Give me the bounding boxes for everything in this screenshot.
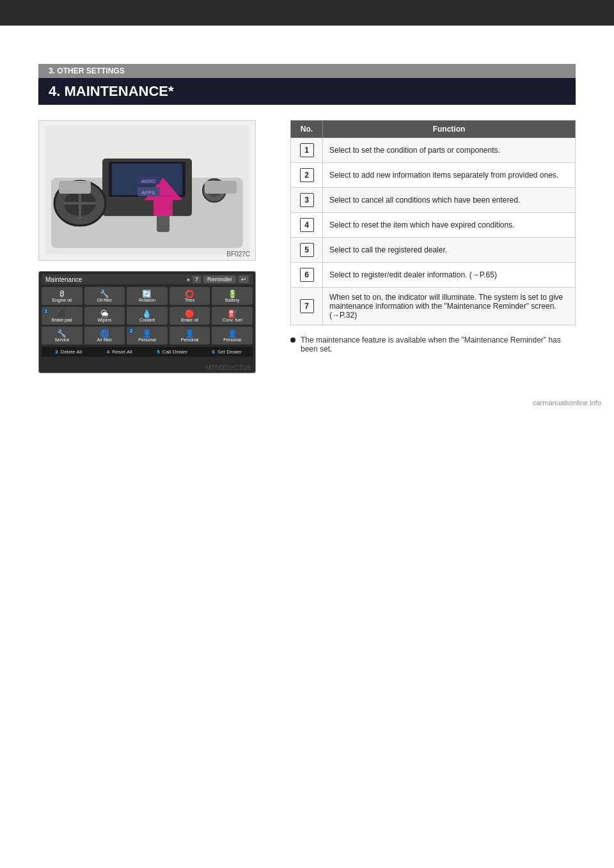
bottom-call-dealer[interactable]: 5Call Dealer [152,348,190,355]
grid-item-personal-3[interactable]: 👤 Personal [212,327,253,345]
table-col-no: No. [291,121,323,138]
table-cell-no: 4 [291,213,323,238]
svg-rect-19 [205,181,237,194]
table-col-fn: Function [323,121,576,138]
section-label: 3. OTHER SETTINGS [49,66,125,75]
grid-item-rotation[interactable]: 🔄 Rotation [127,287,168,305]
grid-item-tires[interactable]: ⭕ Tires [169,287,210,305]
screen-bottom-bar: 3Delete All 4Reset All 5Call Dealer 6Set… [42,347,253,357]
grid-item-engine-oil[interactable]: 🛢 Engine oil [42,287,83,305]
number-box: 2 [300,168,314,182]
chapter-title-text: 4. MAINTENANCE* [49,83,174,99]
grid-item-air-filter[interactable]: 🌀 Air filter [84,327,125,345]
car-image: APPS AUDIO BF027C [38,120,256,261]
table-cell-no: 5 [291,238,323,263]
content-area: APPS AUDIO BF027C Ma [38,120,576,373]
car-svg: APPS AUDIO [45,127,249,254]
screen-image-label: MTN001eCTUS [206,364,251,371]
number-box: 7 [300,299,314,313]
section-header: 3. OTHER SETTINGS [38,64,576,78]
table-cell-function: When set to on, the indicator will illum… [323,288,576,325]
screen-back-btn[interactable]: ↩ [239,275,249,283]
svg-text:AUDIO: AUDIO [141,179,156,183]
number-box: 6 [300,268,314,282]
grid-item-brake-oil[interactable]: 🔴 Brake oil [169,307,210,325]
screen-top-bar: Maintenance ■ 7 Reminder ↩ [42,274,253,284]
table-row: 6Select to register/edit dealer informat… [291,263,576,288]
bottom-reset-all[interactable]: 4Reset All [102,348,135,355]
watermark: carmanualsonline.info [533,399,601,407]
number-box: 3 [300,193,314,207]
grid-item-personal-1[interactable]: 2 👤 Personal [127,327,168,345]
screen-row2: 1 ⬛ Brake pad 🌦 Wipers 💧 Coolant [42,307,253,325]
screen-image: Maintenance ■ 7 Reminder ↩ 🛢 Engine oil [38,271,256,373]
table-row: 2Select to add new information items sep… [291,163,576,188]
note-text: The maintenance feature is available whe… [301,336,576,353]
table-cell-function: Select to set the condition of parts or … [323,138,576,163]
grid-item-personal-2[interactable]: 👤 Personal [169,327,210,345]
grid-item-oil-filter[interactable]: 🔧 Oil filter [84,287,125,305]
number-box: 5 [300,243,314,257]
left-column: APPS AUDIO BF027C Ma [38,120,275,373]
bottom-set-dealer[interactable]: 6Set Dealer [207,348,244,355]
table-row: 1Select to set the condition of parts or… [291,138,576,163]
chapter-title: 4. MAINTENANCE* [38,78,576,105]
svg-rect-18 [59,181,91,194]
screen-title: Maintenance [45,276,82,283]
bullet-dot [290,337,295,343]
table-cell-function: Select to reset the item which have expi… [323,213,576,238]
table-row: 4Select to reset the item which have exp… [291,213,576,238]
grid-item-brake-pad[interactable]: 1 ⬛ Brake pad [42,307,83,325]
table-row: 3Select to cancel all conditions which h… [291,188,576,213]
grid-item-conv-fuel[interactable]: ⛽ Conv. fuel [212,307,253,325]
table-cell-function: Select to call the registered dealer. [323,238,576,263]
table-row: 5Select to call the registered dealer. [291,238,576,263]
maintenance-screen: Maintenance ■ 7 Reminder ↩ 🛢 Engine oil [39,272,255,373]
grid-item-wipers[interactable]: 🌦 Wipers [84,307,125,325]
table-cell-no: 1 [291,138,323,163]
grid-item-service[interactable]: 🔧 Service [42,327,83,345]
table-cell-no: 3 [291,188,323,213]
number-box: 4 [300,218,314,232]
function-table: No. Function 1Select to set the conditio… [290,120,576,325]
top-bar [0,0,614,26]
table-cell-function: Select to register/edit dealer informati… [323,263,576,288]
grid-item-battery[interactable]: 🔋 Battery [212,287,253,305]
table-row: 7When set to on, the indicator will illu… [291,288,576,325]
table-cell-no: 7 [291,288,323,325]
page-wrapper: 3. OTHER SETTINGS 4. MAINTENANCE* [0,0,614,868]
svg-text:APPS: APPS [141,190,155,196]
screen-reminder-btn[interactable]: Reminder [203,275,236,283]
table-cell-no: 2 [291,163,323,188]
grid-item-coolant[interactable]: 💧 Coolant [127,307,168,325]
bottom-area: carmanualsonline.info [0,399,614,419]
table-cell-function: Select to add new information items sepa… [323,163,576,188]
right-column: No. Function 1Select to set the conditio… [290,120,576,373]
table-cell-no: 6 [291,263,323,288]
screen-icon-num-badge: 7 [193,275,201,283]
car-image-label: BF027C [226,251,250,258]
bottom-delete-all[interactable]: 3Delete All [50,348,84,355]
table-cell-function: Select to cancel all conditions which ha… [323,188,576,213]
screen-row1: 🛢 Engine oil 🔧 Oil filter 🔄 Rotation [42,287,253,305]
number-box: 1 [300,143,314,157]
screen-row3: 🔧 Service 🌀 Air filter 2 👤 Personal [42,327,253,345]
bullet-note: The maintenance feature is available whe… [290,336,576,353]
